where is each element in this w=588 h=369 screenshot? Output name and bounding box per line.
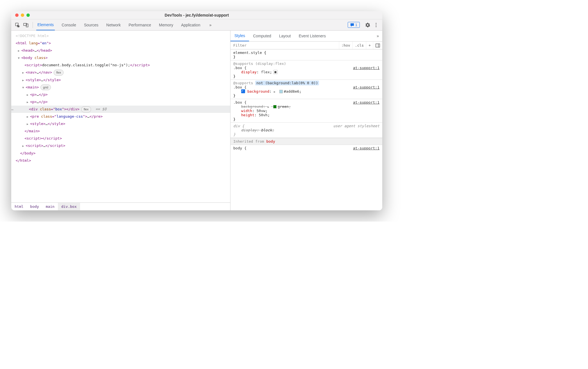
highlighted-supports-query: not (background:lab(0% 0 0)) bbox=[255, 81, 319, 85]
svg-point-4 bbox=[376, 24, 376, 25]
tab-application[interactable]: Application bbox=[180, 20, 202, 30]
issues-count: 1 bbox=[355, 23, 357, 27]
source-link[interactable]: at-support:1 bbox=[353, 85, 379, 89]
inspect-element-icon[interactable] bbox=[14, 22, 21, 28]
content-area: <!DOCTYPE html> <html lang="en"> ▶<head>… bbox=[11, 31, 382, 210]
styles-panel: Styles Computed Layout Event Listeners »… bbox=[230, 31, 382, 210]
styles-tabs: Styles Computed Layout Event Listeners » bbox=[230, 31, 382, 42]
hov-button[interactable]: :hov bbox=[339, 42, 352, 49]
color-swatch[interactable] bbox=[273, 105, 277, 108]
styles-rules[interactable]: element.style { } @supports (display:fle… bbox=[230, 49, 382, 210]
main-tabs: Elements Console Sources Network Perform… bbox=[36, 20, 346, 30]
source-link[interactable]: at-support:1 bbox=[353, 100, 379, 104]
dom-body-open[interactable]: ▼<body class> bbox=[11, 54, 230, 62]
dom-body-close[interactable]: </body> bbox=[11, 150, 230, 157]
dom-html-close[interactable]: </html> bbox=[11, 157, 230, 164]
rule-supports-not-lab[interactable]: @supports not (background:lab(0% 0 0)) .… bbox=[230, 80, 382, 99]
styles-more-tabs-icon[interactable]: » bbox=[374, 32, 382, 40]
cls-button[interactable]: .cls bbox=[352, 42, 366, 49]
dom-script-inline[interactable]: <script>document.body.classList.toggle("… bbox=[11, 62, 230, 69]
expand-shorthand-icon[interactable]: ▶ bbox=[268, 105, 271, 108]
dom-p-2[interactable]: ▶<p>…</p> bbox=[11, 98, 230, 106]
maximize-window-button[interactable] bbox=[26, 13, 30, 17]
dom-panel: <!DOCTYPE html> <html lang="en"> ▶<head>… bbox=[11, 31, 230, 210]
rule-user-agent-div[interactable]: div { user agent stylesheet display: blo… bbox=[230, 123, 382, 138]
tab-event-listeners[interactable]: Event Listeners bbox=[295, 31, 330, 41]
tab-layout[interactable]: Layout bbox=[275, 31, 295, 41]
tab-performance[interactable]: Performance bbox=[127, 20, 152, 30]
dom-head[interactable]: ▶<head>…</head> bbox=[11, 47, 230, 54]
rule-box[interactable]: .box { at-support:1 background: ▶ green;… bbox=[230, 99, 382, 123]
color-swatch[interactable] bbox=[279, 90, 283, 93]
main-toolbar: Elements Console Sources Network Perform… bbox=[11, 19, 382, 31]
toggle-computed-sidebar-icon[interactable] bbox=[373, 42, 382, 49]
tab-elements[interactable]: Elements bbox=[36, 20, 55, 30]
property-toggle-checkbox[interactable] bbox=[241, 89, 245, 93]
source-link[interactable]: at-support:1 bbox=[353, 146, 379, 150]
dom-html-open[interactable]: <html lang="en"> bbox=[11, 40, 230, 47]
dom-style-1[interactable]: ▶<style>…</style> bbox=[11, 76, 230, 84]
kebab-menu-icon[interactable] bbox=[373, 22, 379, 28]
tab-computed[interactable]: Computed bbox=[249, 31, 275, 41]
tab-console[interactable]: Console bbox=[60, 20, 77, 30]
devtools-window: DevTools - jec.fyi/demo/at-support Eleme… bbox=[11, 11, 382, 210]
svg-point-5 bbox=[376, 26, 376, 27]
dom-script-2[interactable]: <script></script> bbox=[11, 135, 230, 142]
dom-nav[interactable]: ▶<nav>…</nav>flex bbox=[11, 69, 230, 76]
titlebar: DevTools - jec.fyi/demo/at-support bbox=[11, 11, 382, 19]
dom-script-3[interactable]: ▶<script>…</script> bbox=[11, 142, 230, 149]
tab-sources[interactable]: Sources bbox=[83, 20, 99, 30]
rule-body[interactable]: body { at-support:1 bbox=[230, 145, 382, 151]
expand-shorthand-icon[interactable]: ▶ bbox=[274, 90, 277, 93]
source-link[interactable]: at-support:1 bbox=[353, 66, 379, 70]
dom-doctype[interactable]: <!DOCTYPE html> bbox=[11, 32, 230, 40]
flex-editor-icon[interactable]: ▦ bbox=[273, 70, 278, 74]
toolbar-divider bbox=[33, 22, 33, 28]
styles-filterbar: :hov .cls + bbox=[230, 42, 382, 49]
close-window-button[interactable] bbox=[15, 13, 19, 17]
svg-rect-6 bbox=[376, 44, 380, 47]
crumb-divbox[interactable]: div.box bbox=[58, 203, 80, 210]
dom-pre[interactable]: ▶<pre class="language-css">…</pre> bbox=[11, 113, 230, 120]
tab-memory[interactable]: Memory bbox=[158, 20, 175, 30]
settings-icon[interactable] bbox=[364, 22, 371, 28]
crumb-main[interactable]: main bbox=[42, 203, 58, 210]
issues-button[interactable]: 1 bbox=[348, 22, 360, 28]
crumb-html[interactable]: html bbox=[11, 203, 27, 210]
issues-icon bbox=[350, 23, 354, 27]
minimize-window-button[interactable] bbox=[21, 13, 24, 17]
user-agent-label: user agent stylesheet bbox=[333, 124, 379, 128]
styles-filter-input[interactable] bbox=[230, 42, 339, 49]
rule-element-style[interactable]: element.style { } bbox=[230, 49, 382, 60]
dom-main-close[interactable]: </main> bbox=[11, 127, 230, 135]
window-title: DevTools - jec.fyi/demo/at-support bbox=[11, 13, 382, 17]
tab-styles[interactable]: Styles bbox=[230, 31, 249, 41]
dom-selected-div[interactable]: <div class="box"></div>flex == $0 bbox=[11, 106, 230, 113]
traffic-lights bbox=[15, 13, 30, 17]
dom-main-open[interactable]: ▼<main>grid bbox=[11, 84, 230, 91]
rule-supports-flex[interactable]: @supports (display:flex) .box { at-suppo… bbox=[230, 60, 382, 80]
inherited-from-separator: Inherited from body bbox=[230, 138, 382, 145]
dom-tree[interactable]: <!DOCTYPE html> <html lang="en"> ▶<head>… bbox=[11, 31, 230, 202]
svg-point-3 bbox=[376, 23, 376, 24]
dom-p-1[interactable]: ▶<p>…</p> bbox=[11, 91, 230, 98]
tab-network[interactable]: Network bbox=[105, 20, 122, 30]
at-rule-text: @supports (display:flex) bbox=[233, 62, 379, 66]
device-toolbar-icon[interactable] bbox=[22, 22, 29, 28]
new-rule-button[interactable]: + bbox=[366, 42, 373, 49]
more-tabs-icon[interactable]: » bbox=[207, 21, 214, 29]
breadcrumb: html body main div.box bbox=[11, 202, 230, 210]
crumb-body[interactable]: body bbox=[27, 203, 42, 210]
dom-style-2[interactable]: ▶<style>…</style> bbox=[11, 120, 230, 127]
